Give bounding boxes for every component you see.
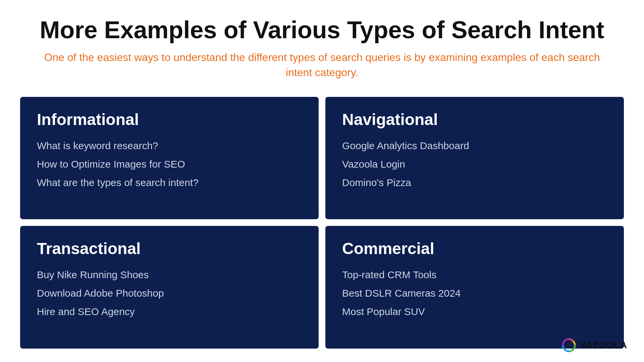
card-informational-item-1: How to Optimize Images for SEO xyxy=(37,157,302,172)
card-navigational-title: Navigational xyxy=(342,110,607,129)
card-commercial: CommercialTop-rated CRM ToolsBest DSLR C… xyxy=(325,226,624,349)
card-navigational: NavigationalGoogle Analytics DashboardVa… xyxy=(325,97,624,220)
card-informational-item-2: What are the types of search intent? xyxy=(37,175,302,190)
card-navigational-item-2: Domino's Pizza xyxy=(342,175,607,190)
card-commercial-item-2: Most Popular SUV xyxy=(342,304,607,319)
card-commercial-item-1: Best DSLR Cameras 2024 xyxy=(342,286,607,301)
card-commercial-title: Commercial xyxy=(342,239,607,258)
page-container: More Examples of Various Types of Search… xyxy=(0,0,644,362)
card-navigational-item-1: Vazoola Login xyxy=(342,157,607,172)
card-commercial-item-0: Top-rated CRM Tools xyxy=(342,267,607,282)
card-informational-title: Informational xyxy=(37,110,302,129)
card-transactional-item-2: Hire and SEO Agency xyxy=(37,304,302,319)
card-transactional-title: Transactional xyxy=(37,239,302,258)
card-transactional: TransactionalBuy Nike Running ShoesDownl… xyxy=(20,226,319,349)
card-transactional-item-0: Buy Nike Running Shoes xyxy=(37,267,302,282)
card-informational-item-0: What is keyword research? xyxy=(37,138,302,153)
cards-grid: InformationalWhat is keyword research?Ho… xyxy=(20,97,624,349)
vazoola-logo-icon xyxy=(561,338,576,353)
vazoola-logo-text: VAZOOLA xyxy=(580,340,627,351)
card-navigational-item-0: Google Analytics Dashboard xyxy=(342,138,607,153)
page-subtitle: One of the easiest ways to understand th… xyxy=(37,50,607,80)
logo-container: VAZOOLA xyxy=(561,338,627,353)
card-informational: InformationalWhat is keyword research?Ho… xyxy=(20,97,319,220)
card-transactional-item-1: Download Adobe Photoshop xyxy=(37,286,302,301)
page-title: More Examples of Various Types of Search… xyxy=(40,17,604,43)
